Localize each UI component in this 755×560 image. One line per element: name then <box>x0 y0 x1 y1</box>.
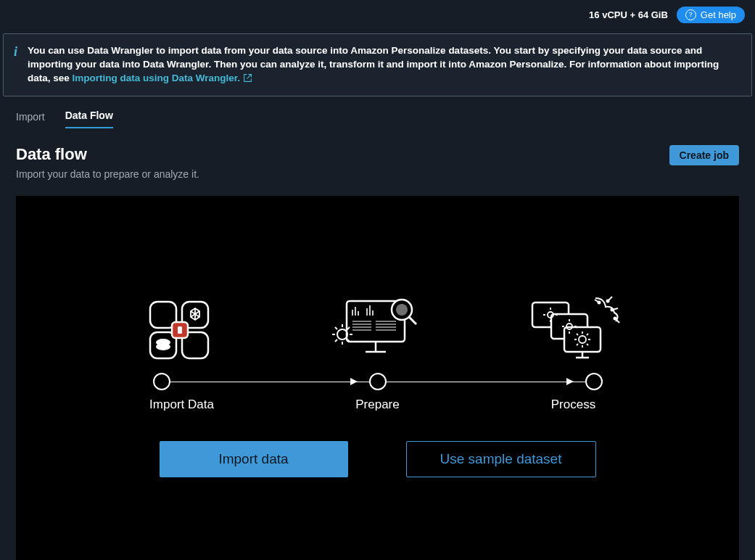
flow-icon-row <box>131 294 624 363</box>
top-bar: 16 vCPU + 64 GiB ? Get help <box>0 0 755 29</box>
info-text: You can use Data Wrangler to import data… <box>28 44 738 86</box>
svg-rect-10 <box>178 326 182 334</box>
process-illustration <box>523 294 624 363</box>
external-link-icon <box>243 73 252 83</box>
flow-label-process: Process <box>523 398 624 412</box>
flow-progress-line <box>153 373 603 390</box>
flow-area: Import Data Prepare Process <box>16 294 739 412</box>
info-link-label: Importing data using Data Wrangler. <box>73 73 241 83</box>
use-sample-dataset-button[interactable]: Use sample dataset <box>406 441 596 477</box>
page-title: Data flow <box>16 145 199 164</box>
flow-label-import: Import Data <box>131 398 233 412</box>
prepare-illustration <box>327 294 429 363</box>
tab-data-flow[interactable]: Data Flow <box>65 110 113 128</box>
svg-rect-34 <box>564 327 601 352</box>
get-help-button[interactable]: ? Get help <box>677 7 745 23</box>
svg-line-45 <box>608 297 612 301</box>
flow-canvas: Import Data Prepare Process Import data … <box>16 196 739 560</box>
action-buttons: Import data Use sample dataset <box>16 441 739 477</box>
create-job-button[interactable]: Create job <box>669 145 739 165</box>
svg-point-8 <box>156 343 170 350</box>
info-banner: i You can use Data Wrangler to import da… <box>3 33 752 96</box>
info-link[interactable]: Importing data using Data Wrangler. <box>73 73 252 83</box>
arrow-icon <box>350 378 358 385</box>
flow-node-3 <box>585 373 603 390</box>
import-data-button[interactable]: Import data <box>160 441 348 477</box>
flow-labels: Import Data Prepare Process <box>131 398 624 412</box>
flow-node-1 <box>153 373 170 390</box>
import-data-illustration <box>131 297 233 363</box>
get-help-label: Get help <box>701 9 736 20</box>
tabs: Import Data Flow <box>0 110 755 129</box>
arrow-icon <box>566 378 574 385</box>
info-icon: i <box>14 44 17 86</box>
resource-summary: 16 vCPU + 64 GiB <box>589 9 668 20</box>
flow-node-2 <box>369 373 387 390</box>
tab-import[interactable]: Import <box>16 111 45 128</box>
help-icon: ? <box>685 9 696 20</box>
svg-point-29 <box>396 304 408 316</box>
flow-label-prepare: Prepare <box>327 398 429 412</box>
page-subtitle: Import your data to prepare or analyze i… <box>16 168 199 180</box>
svg-line-30 <box>409 317 416 324</box>
page-header: Data flow Import your data to prepare or… <box>0 129 755 180</box>
